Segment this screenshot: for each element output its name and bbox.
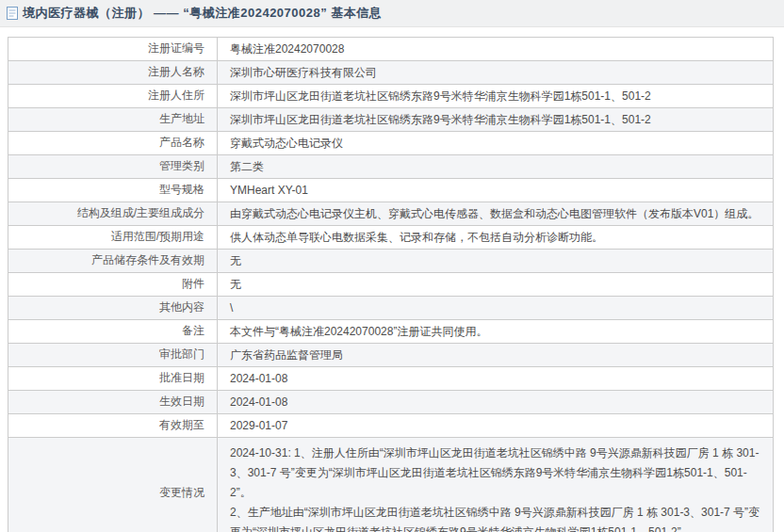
table-row-production-address: 生产地址 深圳市坪山区龙田街道老坑社区锦绣东路9号米特华浦京生物科学园1栋501…	[8, 108, 773, 132]
row-label: 审批部门	[8, 344, 218, 366]
table-row-expiry-date: 有效期至 2029-01-07	[8, 414, 773, 438]
row-label: 管理类别	[8, 155, 218, 178]
row-label: 产品名称	[8, 132, 218, 154]
registration-table: 注册证编号 粤械注准20242070028 注册人名称 深圳市心研医疗科技有限公…	[8, 37, 774, 532]
row-label: 注册人名称	[8, 61, 218, 84]
row-label: 其他内容	[8, 297, 218, 319]
row-value: 供人体动态单导联心电数据采集、记录和存储，不包括自动分析诊断功能。	[218, 226, 773, 249]
table-row-structure-composition: 结构及组成/主要组成成分 由穿戴式动态心电记录仪主机、穿戴式心电传感器、数据盒和…	[8, 202, 773, 226]
table-row-remarks: 备注 本文件与“粤械注准20242070028”注册证共同使用。	[8, 320, 773, 344]
row-label: 结构及组成/主要组成成分	[8, 202, 218, 225]
row-label: 注册人住所	[8, 85, 218, 107]
row-value: 2024-10-31: 1、注册人住所由“深圳市坪山区龙田街道老坑社区锦绣中路 …	[218, 438, 773, 532]
row-value: 深圳市坪山区龙田街道老坑社区锦绣东路9号米特华浦京生物科学园1栋501-1、50…	[218, 85, 773, 107]
row-value: YMHeart XY-01	[218, 179, 773, 202]
row-label: 适用范围/预期用途	[8, 226, 218, 249]
row-value: 粤械注准20242070028	[218, 38, 773, 60]
table-row-registrant-address: 注册人住所 深圳市坪山区龙田街道老坑社区锦绣东路9号米特华浦京生物科学园1栋50…	[8, 85, 773, 108]
row-value: \	[218, 297, 773, 319]
row-value: 广东省药品监督管理局	[218, 344, 773, 366]
row-label: 注册证编号	[8, 38, 218, 60]
row-label: 型号规格	[8, 179, 218, 202]
table-row-attachments: 附件 无	[8, 273, 773, 297]
row-label: 生产地址	[8, 108, 218, 131]
row-value: 2024-01-08	[218, 367, 773, 390]
row-value: 第二类	[218, 155, 773, 178]
row-value: 深圳市坪山区龙田街道老坑社区锦绣东路9号米特华浦京生物科学园1栋501-1、50…	[218, 108, 773, 131]
row-label: 产品储存条件及有效期	[8, 250, 218, 272]
table-row-other-content: 其他内容 \	[8, 297, 773, 320]
row-value: 无	[218, 250, 773, 272]
table-row-model-spec: 型号规格 YMHeart XY-01	[8, 179, 773, 202]
table-row-approval-date: 批准日期 2024-01-08	[8, 367, 773, 391]
row-value: 深圳市心研医疗科技有限公司	[218, 61, 773, 84]
row-label: 生效日期	[8, 391, 218, 413]
table-row-intended-use: 适用范围/预期用途 供人体动态单导联心电数据采集、记录和存储，不包括自动分析诊断…	[8, 226, 773, 250]
row-label: 变更情况	[8, 438, 218, 532]
row-label: 有效期至	[8, 414, 218, 437]
document-icon	[7, 7, 18, 20]
table-row-registrant-name: 注册人名称 深圳市心研医疗科技有限公司	[8, 61, 773, 85]
row-label: 附件	[8, 273, 218, 296]
row-value: 2029-01-07	[218, 414, 773, 437]
change-history-line: 2、生产地址由“深圳市坪山区龙田街道老坑社区锦绣中路 9号兴源鼎新科技园厂房 1…	[230, 503, 763, 532]
table-row-product-name: 产品名称 穿戴式动态心电记录仪	[8, 132, 773, 155]
row-label: 备注	[8, 320, 218, 343]
row-value: 由穿戴式动态心电记录仪主机、穿戴式心电传感器、数据盒和动态心电图管理软件（发布版…	[218, 202, 773, 225]
table-row-effective-date: 生效日期 2024-01-08	[8, 391, 773, 414]
table-row-approval-department: 审批部门 广东省药品监督管理局	[8, 344, 773, 367]
table-row-registration-number: 注册证编号 粤械注准20242070028	[8, 38, 773, 61]
row-value: 穿戴式动态心电记录仪	[218, 132, 773, 154]
row-label: 批准日期	[8, 367, 218, 390]
table-row-management-class: 管理类别 第二类	[8, 155, 773, 179]
table-row-storage-conditions: 产品储存条件及有效期 无	[8, 250, 773, 273]
row-value: 无	[218, 273, 773, 296]
title-bar: 境内医疗器械（注册） —— “粤械注准20242070028” 基本信息	[0, 0, 784, 27]
page-title: 境内医疗器械（注册） —— “粤械注准20242070028” 基本信息	[23, 5, 382, 22]
table-row-change-history: 变更情况 2024-10-31: 1、注册人住所由“深圳市坪山区龙田街道老坑社区…	[8, 438, 773, 532]
row-value: 2024-01-08	[218, 391, 773, 413]
change-history-line: 2024-10-31: 1、注册人住所由“深圳市坪山区龙田街道老坑社区锦绣中路 …	[230, 443, 763, 503]
row-value: 本文件与“粤械注准20242070028”注册证共同使用。	[218, 320, 773, 343]
